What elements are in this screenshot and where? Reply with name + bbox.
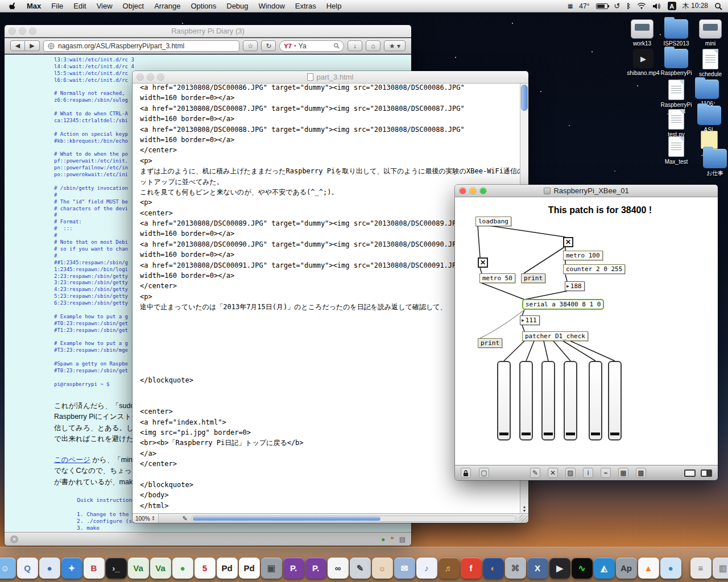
counter-object[interactable]: counter 2 0 255 (563, 264, 625, 274)
slider[interactable] (497, 361, 511, 440)
metro-50-object[interactable]: metro 50 (479, 273, 515, 283)
patching-mode-icon[interactable] (684, 469, 696, 477)
dock-icon[interactable]: ≡ (690, 558, 712, 579)
dock-icon[interactable]: ▣ (261, 558, 282, 579)
volume-icon[interactable] (652, 3, 661, 10)
grid-status-icon[interactable]: ▦ (568, 3, 573, 9)
number-box[interactable]: ▶ 111 (520, 315, 540, 325)
close-button[interactable] (137, 74, 143, 80)
dock-icon[interactable]: ☺ (0, 558, 16, 579)
page-link[interactable]: このページ (54, 456, 90, 464)
bluetooth-icon[interactable]: ᛒ (626, 2, 630, 10)
back-button[interactable]: ◀ (10, 40, 25, 51)
minimize-button[interactable] (470, 188, 476, 194)
scrollbar-thumb[interactable] (521, 85, 528, 111)
dock-icon[interactable]: Va (128, 558, 149, 579)
desktop-icon[interactable]: Max_test (660, 136, 693, 165)
dock-icon[interactable]: ∿ (572, 558, 593, 579)
spotlight-icon[interactable] (714, 2, 722, 10)
desktop-icon[interactable]: RaspberryPi (660, 49, 693, 76)
dock-icon[interactable]: Pd (239, 558, 260, 579)
dock-icon[interactable]: ● (39, 558, 60, 579)
menu-item[interactable]: Extras (290, 2, 321, 10)
menu-item[interactable]: Options (185, 2, 221, 10)
number-box[interactable]: ▶ 188 (565, 281, 585, 291)
connect-icon[interactable]: ⌁ (601, 468, 611, 478)
desktop-icon[interactable]: schedule (694, 49, 727, 77)
dock-icon[interactable]: P. (305, 558, 326, 579)
download-button[interactable]: ↓ (348, 40, 362, 51)
zoom-button[interactable] (480, 188, 486, 194)
menu-clock[interactable]: 木 10:28 (682, 1, 708, 11)
dock-icon[interactable]: ⌘ (505, 558, 526, 579)
slider[interactable] (541, 361, 555, 440)
dock-icon[interactable]: Va (150, 558, 171, 579)
hscrollbar-thumb[interactable] (193, 517, 380, 521)
dock-icon[interactable]: ▲ (638, 558, 659, 579)
desktop-icon[interactable]: ASL (693, 106, 726, 133)
menu-item[interactable]: File (46, 2, 68, 10)
menu-item[interactable]: Object (118, 2, 150, 10)
close-button[interactable] (460, 188, 466, 194)
bookmark-star-button[interactable]: ☆ (243, 40, 258, 51)
slider[interactable] (564, 361, 577, 440)
editor-titlebar[interactable]: part_3.html (133, 71, 528, 84)
search-engine-caret[interactable]: ▾ (294, 43, 296, 48)
print-object[interactable]: print (478, 338, 502, 348)
slider-knob[interactable] (499, 433, 508, 435)
dock-icon[interactable]: Ap (616, 558, 637, 579)
slider[interactable] (608, 361, 622, 440)
wifi-icon[interactable] (637, 3, 646, 10)
menu-item[interactable]: Edit (68, 2, 91, 10)
zoom-control[interactable]: 100% ▲▼ (133, 514, 159, 523)
battery-icon[interactable] (596, 3, 608, 9)
dock-icon[interactable]: ● (172, 558, 193, 579)
dock-icon[interactable]: ›_ (106, 558, 127, 579)
desktop-icon[interactable]: ISPS2013 (660, 19, 693, 47)
zoom-stepper-icon[interactable]: ▲▼ (152, 516, 155, 521)
input-source-icon[interactable]: A (668, 2, 676, 10)
slider-knob[interactable] (610, 433, 619, 435)
dock-icon[interactable]: 5 (195, 558, 216, 579)
dock-icon[interactable]: ∞ (328, 558, 349, 579)
loadbang-object[interactable]: loadbang (475, 217, 511, 226)
menu-item[interactable]: Debug (221, 2, 253, 10)
status-page-icon[interactable]: ▤ (399, 535, 406, 543)
dock-icon[interactable]: ♪ (416, 558, 437, 579)
scrollbar-arrows[interactable]: ▲▼ (520, 505, 528, 513)
presentation-mode-icon[interactable] (701, 469, 712, 477)
new-object-icon[interactable]: ▢ (479, 468, 489, 478)
dock-icon[interactable]: ◐ (483, 558, 504, 579)
horizontal-scrollbar[interactable] (191, 516, 516, 522)
dock-icon[interactable]: ● (660, 558, 681, 579)
forward-button[interactable]: ▶ (25, 40, 40, 51)
dock-icon[interactable]: ▶ (549, 558, 570, 579)
lock-icon[interactable] (461, 468, 471, 478)
desktop-icon[interactable]: work13 (626, 19, 659, 47)
statusbar-close-icon[interactable]: ✕ (10, 535, 18, 543)
dock-icon[interactable]: Pd (217, 558, 238, 579)
dock-icon[interactable]: ◭ (594, 558, 615, 579)
patcher-object[interactable]: patcher D1_check (522, 331, 588, 341)
grid-icon[interactable]: ▦ (618, 468, 628, 478)
toggle-object[interactable]: ✕ (563, 237, 573, 247)
menu-item[interactable]: Help (321, 2, 347, 10)
desktop-icon[interactable]: 1106 (690, 80, 723, 107)
slider-knob[interactable] (522, 433, 531, 435)
slider-knob[interactable] (591, 433, 600, 435)
active-app-menu[interactable]: Max (22, 2, 46, 10)
dock-icon[interactable]: ✦ (61, 558, 82, 579)
reload-button[interactable]: ↻ (261, 40, 276, 51)
zoom-button[interactable] (30, 28, 36, 34)
dock-icon[interactable]: Q (17, 558, 38, 579)
zoom-button[interactable] (158, 74, 164, 80)
close-button[interactable] (9, 28, 15, 34)
toggle-object[interactable]: ✕ (478, 257, 488, 268)
paint-icon[interactable]: ▨ (565, 468, 576, 478)
metro-100-object[interactable]: metro 100 (563, 251, 603, 260)
slider-knob[interactable] (566, 433, 575, 435)
dock-icon[interactable]: f (461, 558, 482, 579)
wand-icon[interactable]: ✎ (530, 468, 540, 478)
dock-icon[interactable]: ✉ (394, 558, 415, 579)
dock-icon[interactable]: ▥ (713, 558, 728, 579)
